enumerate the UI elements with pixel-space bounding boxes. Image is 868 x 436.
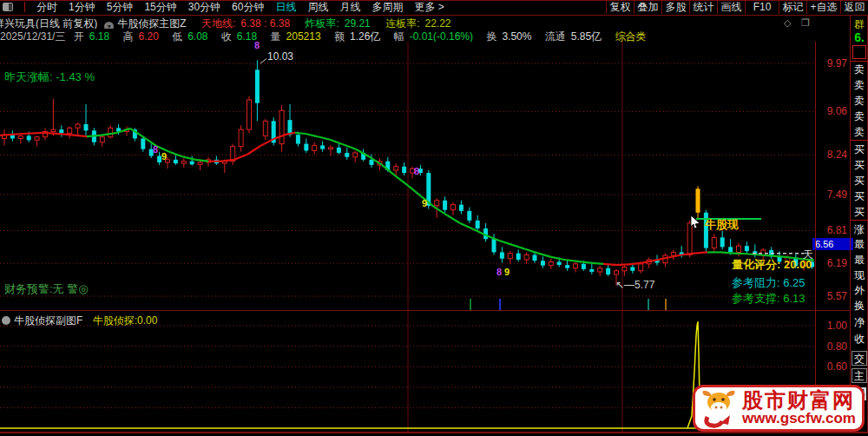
- strip-btn-main[interactable]: 主: [852, 368, 867, 383]
- vol-label: 量: [271, 30, 281, 42]
- signal-mark-1: 9: [161, 151, 167, 162]
- bottom-border: [0, 432, 868, 433]
- period-item-4[interactable]: 30分钟: [188, 0, 220, 15]
- period-menu: 分时1分钟5分钟15分钟30分钟60分钟日线周线月线多周期更多 >: [0, 0, 444, 15]
- trading-app-window: 分时1分钟5分钟15分钟30分钟60分钟日线周线月线多周期更多 > 复权叠加多股…: [0, 0, 868, 436]
- period-item-1[interactable]: 1分钟: [69, 0, 95, 15]
- toolbar-divider: [0, 15, 868, 16]
- watermark: 股市财富网 www.gscfw.com: [693, 385, 865, 432]
- lianban-value: 22.22: [424, 17, 450, 29]
- signal-mark-5: 8: [496, 267, 502, 277]
- tag-zhangbang[interactable]: [665, 299, 667, 310]
- window-icon[interactable]: ❐: [801, 17, 810, 29]
- high-value: 6.20: [138, 30, 158, 42]
- tiandi-label: 天地线:: [201, 17, 235, 29]
- axis-label-6.81: 6.81: [812, 224, 847, 236]
- vol-value: 205213: [286, 30, 321, 42]
- quote-date: 2025/12/31/三: [0, 30, 65, 42]
- tiandi-value: 6.38 : 6.38: [240, 17, 290, 29]
- low-value: 6.08: [187, 30, 207, 42]
- strip-sep: [851, 140, 868, 141]
- open-label: 开: [74, 30, 84, 42]
- axis-label-8.24: 8.24: [812, 149, 847, 161]
- axis-label-9.06: 9.06: [812, 105, 847, 117]
- toolbar-button-6[interactable]: 标记: [779, 0, 806, 14]
- axis-label-6.19: 6.19: [812, 257, 847, 269]
- zhaban-label: 炸板率:: [305, 17, 339, 29]
- finance-warning-text: 财务预警:无 警◎: [4, 281, 89, 297]
- mouse-cursor-icon: [690, 215, 702, 229]
- toolbar-button-2[interactable]: 多股: [661, 0, 689, 14]
- bull-logo-icon: [699, 388, 739, 428]
- toolbar-button-0[interactable]: 复权: [606, 0, 634, 14]
- open-value: 6.18: [89, 30, 109, 42]
- toolbar-button-5[interactable]: F10: [745, 0, 779, 14]
- toolbar-separator: [24, 2, 25, 12]
- diamond-icon[interactable]: ◇: [784, 17, 791, 29]
- period-item-8[interactable]: 月线: [339, 0, 360, 15]
- strip-cell-10: 涨: [851, 222, 868, 237]
- resistance-text: 参考阻力: 6.25: [732, 275, 806, 291]
- sub-axis-label-0.80: 0.80: [812, 340, 847, 353]
- watermark-name: 股市财富网: [742, 390, 856, 411]
- tag-jie[interactable]: [648, 299, 649, 310]
- strip-cell-15: 换: [851, 299, 868, 314]
- bull-signal-text: 牛股现: [705, 217, 739, 233]
- toolbar-button-3[interactable]: 统计: [689, 0, 717, 14]
- amount-label: 额: [334, 30, 345, 42]
- axis-label-9.97: 9.97: [812, 57, 847, 69]
- quant-score-text: 量化评分: 20.00: [732, 257, 812, 273]
- stock-info-row: 群兴玩具(日线 前复权)▾牛股侦探主图Z 天地线:6.38 : 6.38 炸板率…: [0, 17, 810, 29]
- yesterday-change-text: 昨天涨幅: -1.43 %: [4, 69, 95, 85]
- period-item-0[interactable]: 分时: [36, 0, 57, 15]
- stock-title[interactable]: 群兴玩具(日线 前复权): [0, 17, 97, 29]
- tag-die[interactable]: [470, 299, 471, 310]
- period-item-5[interactable]: 60分钟: [232, 0, 264, 15]
- toolbar-button-7[interactable]: +自选: [806, 0, 840, 14]
- period-item-2[interactable]: 5分钟: [107, 0, 134, 15]
- strip-price-part: 6.: [851, 30, 868, 44]
- toolbar-button-1[interactable]: 叠加: [634, 0, 661, 14]
- strip-btn-trade[interactable]: 交: [852, 351, 867, 366]
- signal-mark-3: 8: [414, 166, 419, 176]
- period-toolbar: 分时1分钟5分钟15分钟30分钟60分钟日线周线月线多周期更多 > 复权叠加多股…: [0, 0, 868, 14]
- turnover-label: 换: [486, 30, 496, 42]
- panel-toggle-icon[interactable]: [3, 3, 13, 11]
- main-indicator-name[interactable]: 牛股侦探主图Z: [117, 17, 186, 29]
- indicator-dropdown-icon[interactable]: ▾: [104, 22, 114, 29]
- chg-label: 幅: [394, 30, 404, 42]
- strip-cell-0: 卖: [851, 63, 868, 77]
- period-item-7[interactable]: 周线: [307, 0, 328, 15]
- tag-cai[interactable]: [499, 299, 501, 310]
- high-price-annotation: 10.03: [267, 50, 293, 63]
- period-item-10[interactable]: 更多 >: [414, 0, 444, 15]
- strip-cell-7: 买: [851, 174, 868, 188]
- sub-axis-label-1.00: 1.00: [812, 320, 847, 332]
- strip-sep: [851, 220, 868, 221]
- low-label: 低: [172, 30, 182, 42]
- amount-value: 1.26亿: [350, 30, 380, 42]
- axis-label-5.57: 5.57: [812, 290, 847, 302]
- strip-cell-13: 现: [851, 268, 868, 283]
- axis-label-7.49: 7.49: [812, 188, 847, 201]
- signal-mark-6: 9: [504, 267, 510, 277]
- signal-mark-2: 8: [254, 40, 260, 50]
- period-item-9[interactable]: 多周期: [372, 0, 403, 15]
- zhaban-value: 29.21: [345, 17, 371, 29]
- float-label: 流通: [545, 30, 566, 42]
- strip-cell-6: 买: [851, 158, 868, 173]
- toolbar-button-4[interactable]: 画线: [717, 0, 745, 14]
- toolbar-button-8[interactable]: 返回: [840, 0, 868, 14]
- signal-mark-4: 9: [422, 198, 427, 208]
- strip-cell-3: 卖: [851, 109, 868, 124]
- period-item-6[interactable]: 日线: [275, 0, 296, 15]
- low-price-annotation: ↖—5.77: [615, 279, 654, 291]
- main-candlestick-chart[interactable]: [0, 42, 816, 311]
- lianban-label: 连板率:: [385, 17, 419, 29]
- strip-cell-12: 最: [851, 253, 868, 268]
- strip-cell-4: 卖: [851, 125, 868, 140]
- support-text: 参考支撑: 6.13: [732, 291, 806, 307]
- strip-red-box[interactable]: [852, 45, 866, 59]
- high-label: 高: [122, 30, 133, 42]
- period-item-3[interactable]: 15分钟: [144, 0, 176, 15]
